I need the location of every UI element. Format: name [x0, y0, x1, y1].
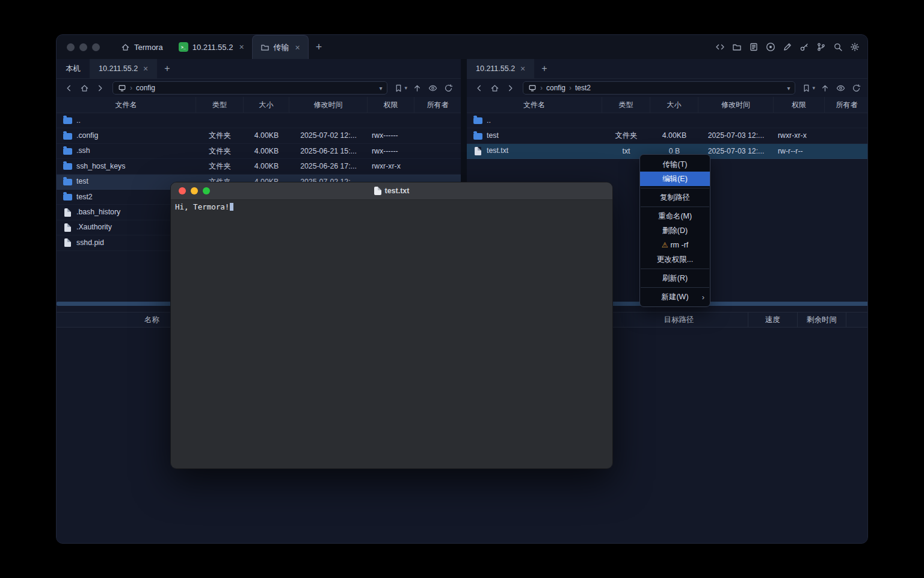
transfer-col-speed[interactable]: 速度 — [748, 312, 798, 327]
chevron-down-icon[interactable]: ▾ — [379, 85, 382, 92]
breadcrumb-separator: › — [569, 84, 571, 92]
file-permissions — [368, 113, 414, 128]
file-row-test[interactable]: test文件夹4.00KB2025-07-03 12:...rwxr-xr-x — [467, 128, 868, 143]
chevron-down-icon: ▾ — [404, 85, 407, 91]
home-button[interactable] — [488, 81, 502, 95]
new-tab-button[interactable]: + — [309, 35, 330, 59]
edit-icon[interactable] — [783, 42, 792, 52]
back-button[interactable] — [62, 81, 76, 95]
column-header[interactable]: 大小 — [244, 97, 289, 113]
search-icon[interactable] — [833, 42, 843, 52]
column-header[interactable]: 文件名 — [467, 97, 602, 113]
path-bar[interactable]: ›config▾ — [112, 81, 387, 95]
file-row-ssh_host_keys[interactable]: ssh_host_keys文件夹4.00KB2025-06-26 17:...r… — [57, 159, 461, 174]
column-header[interactable]: 文件名 — [57, 97, 196, 113]
warning-icon: ⚠ — [662, 241, 668, 249]
toggle-hidden-files-button[interactable] — [426, 81, 440, 95]
chevron-down-icon[interactable]: ▾ — [787, 85, 790, 92]
file-row-..[interactable]: .. — [57, 113, 461, 128]
back-button[interactable] — [472, 81, 486, 95]
key-icon[interactable] — [799, 42, 809, 52]
file-permissions: rwxr-xr-x — [368, 159, 414, 173]
column-header[interactable]: 所有者 — [825, 97, 868, 113]
app-tab-host[interactable]: >_10.211.55.2× — [171, 35, 252, 59]
file-type: 文件夹 — [196, 144, 244, 158]
path-segment[interactable]: test2 — [575, 84, 591, 92]
path-segment[interactable]: config — [546, 84, 565, 92]
file-permissions — [774, 113, 825, 128]
record-icon[interactable] — [766, 42, 775, 52]
menu-item[interactable]: 复制路径 — [640, 190, 710, 205]
menu-item[interactable]: 传输(T) — [640, 157, 710, 172]
log-icon[interactable] — [749, 42, 759, 52]
bookmark-button[interactable]: ▾ — [801, 81, 816, 95]
refresh-button[interactable] — [849, 81, 863, 95]
menu-item[interactable]: 重命名(M) — [640, 209, 710, 223]
file-row-.config[interactable]: .config文件夹4.00KB2025-07-02 12:...rwx----… — [57, 128, 461, 143]
bookmark-button[interactable]: ▾ — [393, 81, 408, 95]
menu-item[interactable]: 新建(W)› — [640, 290, 710, 304]
editor-content[interactable]: Hi, Termora! — [171, 200, 612, 469]
file-modified — [289, 113, 368, 128]
window-minimize-button[interactable] — [79, 43, 87, 51]
editor-close-button[interactable] — [179, 187, 186, 194]
folder-icon — [63, 148, 72, 155]
close-tab-icon[interactable]: × — [520, 64, 525, 73]
menu-item-label: 刷新(R) — [662, 273, 688, 284]
folder-icon[interactable] — [732, 42, 742, 52]
pane-tab[interactable]: 10.211.55.2× — [90, 59, 157, 78]
breadcrumb-separator: › — [130, 84, 132, 92]
new-tab-button[interactable]: + — [157, 59, 177, 78]
menu-item[interactable]: 删除(D) — [640, 223, 710, 238]
toggle-hidden-files-button[interactable] — [834, 81, 848, 95]
file-row-..[interactable]: .. — [467, 113, 868, 128]
window-zoom-button[interactable] — [92, 43, 100, 51]
menu-item[interactable]: ⚠rm -rf — [640, 238, 710, 252]
column-header[interactable]: 类型 — [196, 97, 244, 113]
code-icon[interactable] — [715, 42, 725, 52]
editor-titlebar[interactable]: test.txt — [171, 182, 612, 200]
path-segment[interactable]: config — [136, 84, 155, 92]
file-permissions: rw-r--r-- — [774, 144, 825, 158]
branch-icon[interactable] — [816, 42, 826, 52]
forward-button[interactable] — [93, 81, 107, 95]
editor-window-controls — [179, 187, 210, 194]
pane-tab-label: 10.211.55.2 — [99, 64, 138, 73]
column-header[interactable]: 权限 — [774, 97, 825, 113]
window-controls — [67, 43, 100, 51]
app-tab-termora[interactable]: Termora — [113, 35, 171, 59]
app-tab-transfer[interactable]: 传输× — [252, 35, 309, 59]
column-header[interactable]: 类型 — [602, 97, 650, 113]
new-tab-button[interactable]: + — [534, 59, 554, 78]
column-header[interactable]: 权限 — [368, 97, 414, 113]
column-header[interactable]: 修改时间 — [289, 97, 368, 113]
tab-label: 传输 — [274, 42, 289, 53]
file-type — [602, 113, 650, 128]
file-row-.ssh[interactable]: .ssh文件夹4.00KB2025-06-21 15:...rwx------ — [57, 144, 461, 159]
close-tab-icon[interactable]: × — [239, 43, 244, 51]
transfer-col-remaining-time[interactable]: 剩余时间 — [798, 312, 846, 327]
pane-tab[interactable]: 本机 — [57, 59, 90, 78]
pane-tab-bar: 10.211.55.2×+ — [467, 59, 868, 79]
editor-minimize-button[interactable] — [191, 187, 198, 194]
editor-zoom-button[interactable] — [203, 187, 210, 194]
home-button[interactable] — [78, 81, 91, 95]
settings-icon[interactable] — [850, 42, 860, 52]
file-name: test2 — [76, 190, 93, 204]
column-header[interactable]: 修改时间 — [698, 97, 774, 113]
parent-directory-button[interactable] — [818, 81, 832, 95]
forward-button[interactable] — [504, 81, 517, 95]
path-bar[interactable]: ›config›test2▾ — [523, 81, 795, 95]
column-header[interactable]: 大小 — [650, 97, 698, 113]
close-tab-icon[interactable]: × — [295, 43, 300, 52]
menu-item[interactable]: 编辑(E) — [640, 172, 710, 186]
menu-item[interactable]: 刷新(R) — [640, 271, 710, 285]
close-tab-icon[interactable]: × — [143, 64, 148, 73]
pane-tab[interactable]: 10.211.55.2× — [467, 59, 534, 78]
window-close-button[interactable] — [67, 43, 75, 51]
refresh-button[interactable] — [442, 81, 455, 95]
column-header[interactable]: 所有者 — [414, 97, 461, 113]
transfer-col-target-path[interactable]: 目标路径 — [610, 312, 748, 327]
menu-item[interactable]: 更改权限... — [640, 252, 710, 267]
parent-directory-button[interactable] — [410, 81, 424, 95]
